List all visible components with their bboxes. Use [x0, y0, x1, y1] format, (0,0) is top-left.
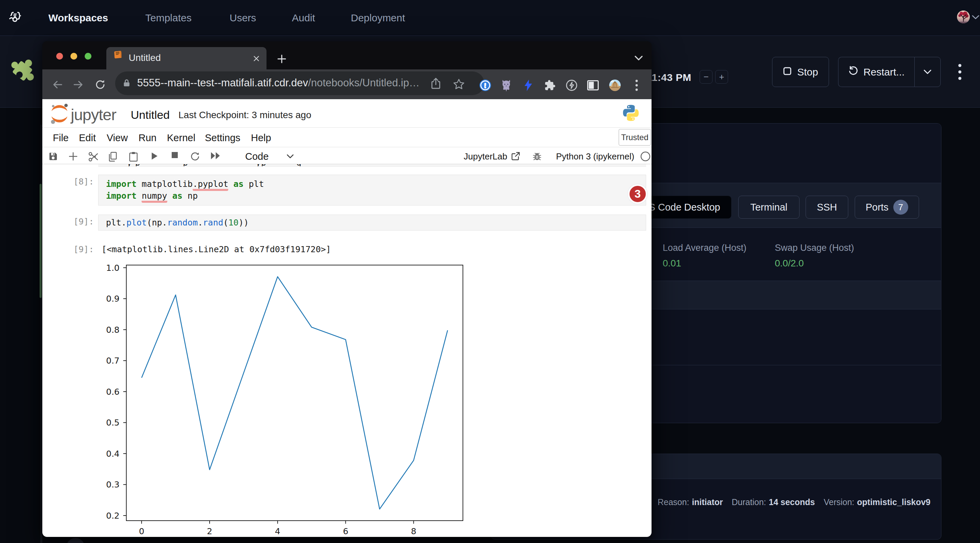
code-cell-2[interactable]: plt.plot(np.random.rand(10))	[98, 214, 646, 230]
cell-type-dropdown[interactable]: Code	[245, 151, 269, 162]
svg-text:0.8: 0.8	[106, 325, 119, 335]
nav-item-workspaces[interactable]: Workspaces	[48, 0, 108, 35]
stop-workspace-button[interactable]: Stop	[772, 57, 829, 87]
notebook-menubar: File Edit View Run Kernel Settings Help …	[42, 128, 652, 147]
ports-button[interactable]: Ports 7	[855, 196, 919, 219]
svg-text:1.0: 1.0	[106, 263, 119, 273]
svg-text:6: 6	[343, 526, 348, 536]
cut-cell-icon[interactable]	[88, 151, 99, 164]
user-menu-chevron-icon[interactable]	[972, 15, 979, 21]
stop-icon	[783, 66, 792, 78]
stat-value-swap: 0.0/2.0	[775, 258, 804, 269]
notebook-favicon	[113, 50, 122, 60]
debugger-bug-icon[interactable]	[533, 152, 541, 162]
ssh-button[interactable]: SSH	[806, 196, 848, 219]
notebook-checkpoint: Last Checkpoint: 3 minutes ago	[178, 110, 311, 121]
code-line: import numpy as np	[106, 190, 198, 202]
paste-cell-icon[interactable]	[128, 151, 138, 164]
nav-item-audit[interactable]: Audit	[292, 0, 315, 35]
speed-extension-icon[interactable]	[565, 79, 578, 93]
cell-type-chevron-icon[interactable]	[286, 154, 294, 160]
bookmark-star-icon[interactable]	[453, 78, 465, 92]
address-bar[interactable]: 5555--main--test--matifali.atif.cdr.dev/…	[115, 71, 484, 95]
svg-text:8: 8	[411, 526, 416, 536]
lightning-extension-icon[interactable]	[523, 79, 533, 93]
jupyter-logo-icon[interactable]	[50, 103, 69, 125]
nav-item-templates[interactable]: Templates	[145, 0, 192, 35]
jupyterlab-link[interactable]: JupyterLab	[462, 151, 507, 162]
code-cell-1[interactable]: import matplotlib.pyplot as plt import n…	[98, 175, 646, 205]
workspace-schedule-time: 11:43 PM	[646, 72, 691, 83]
workspace-kebab-menu[interactable]	[958, 64, 961, 80]
stat-value-load: 0.01	[663, 258, 681, 269]
menu-settings[interactable]: Settings	[205, 132, 240, 143]
collaborators-badge: 3	[628, 184, 648, 204]
forward-icon[interactable]	[72, 79, 84, 92]
back-icon[interactable]	[52, 79, 63, 92]
run-cell-icon[interactable]	[150, 151, 159, 162]
kernel-status-icon[interactable]	[640, 151, 651, 163]
new-tab-button[interactable]	[277, 54, 286, 65]
menu-edit[interactable]: Edit	[79, 132, 96, 143]
puzzle-piece-icon	[10, 56, 38, 85]
url-path: /notebooks/Untitled.ip…	[308, 77, 420, 89]
menu-run[interactable]: Run	[138, 132, 156, 143]
svg-text:2: 2	[207, 526, 212, 536]
dock-bump	[66, 538, 85, 543]
notebook-title[interactable]: Untitled	[131, 108, 170, 122]
tab-search-chevron-icon[interactable]	[634, 56, 643, 62]
ports-count-badge: 7	[893, 200, 908, 214]
github-extension-icon[interactable]	[500, 79, 512, 93]
kernel-name[interactable]: Python 3 (ipykernel)	[556, 151, 634, 162]
browser-menu-kebab[interactable]	[635, 79, 638, 93]
trusted-button[interactable]: Trusted	[619, 129, 651, 146]
restart-options-chevron[interactable]	[914, 57, 941, 87]
terminal-button[interactable]: Terminal	[738, 196, 800, 219]
matplotlib-figure: 0.20.30.40.50.60.70.80.91.002468	[81, 256, 495, 537]
reload-icon[interactable]	[94, 79, 106, 92]
svg-text:0.9: 0.9	[106, 294, 119, 304]
restart-icon	[848, 66, 858, 78]
notebook-content: yppypg [8]: import matplotlib.pyplot as …	[42, 164, 652, 537]
extensions-puzzle-icon[interactable]	[544, 79, 556, 92]
menu-help[interactable]: Help	[251, 132, 271, 143]
user-avatar[interactable]	[957, 11, 970, 25]
add-cell-icon[interactable]	[68, 151, 78, 163]
copy-cell-icon[interactable]	[108, 151, 118, 164]
interrupt-kernel-icon[interactable]	[171, 151, 178, 160]
profile-avatar-icon[interactable]	[609, 79, 621, 93]
menu-view[interactable]: View	[107, 132, 128, 143]
menu-kernel[interactable]: Kernel	[167, 132, 196, 143]
tab-close-icon[interactable]	[253, 55, 260, 63]
share-icon[interactable]	[430, 78, 441, 91]
top-navbar: Workspaces Templates Users Audit Deploym…	[0, 0, 980, 36]
onepassword-extension-icon[interactable]	[479, 79, 492, 93]
svg-text:0.6: 0.6	[106, 387, 119, 397]
external-link-icon[interactable]	[511, 151, 520, 162]
nav-item-users[interactable]: Users	[229, 0, 256, 35]
back-window-green-bar	[40, 184, 41, 298]
nav-item-deployment[interactable]: Deployment	[351, 0, 405, 35]
schedule-increase-button[interactable]: +	[715, 70, 728, 84]
coder-logo-icon[interactable]	[9, 11, 22, 25]
window-zoom-button[interactable]	[85, 53, 91, 61]
window-minimize-button[interactable]	[70, 53, 77, 61]
build-info-row: Reason: initiator Duration: 14 seconds V…	[658, 497, 931, 507]
schedule-decrease-button[interactable]: −	[700, 70, 713, 84]
svg-text:0.7: 0.7	[106, 356, 119, 365]
url-host: 5555--main--test--matifali.atif.cdr.dev	[137, 77, 308, 89]
lock-icon	[123, 78, 130, 89]
save-icon[interactable]	[48, 151, 58, 163]
window-close-button[interactable]	[56, 53, 63, 61]
code-line: plt.plot(np.random.rand(10))	[106, 217, 249, 229]
tab-title: Untitled	[129, 52, 161, 63]
menu-file[interactable]: File	[53, 132, 69, 143]
run-all-icon[interactable]	[210, 151, 221, 162]
restart-kernel-icon[interactable]	[190, 151, 200, 163]
sidebar-icon[interactable]	[587, 80, 599, 92]
browser-tab[interactable]: Untitled	[106, 47, 267, 70]
notebook-page: jupyter Untitled Last Checkpoint: 3 minu…	[42, 99, 652, 537]
restart-workspace-button[interactable]: Restart...	[838, 57, 914, 87]
svg-text:0.3: 0.3	[106, 480, 119, 489]
cell-output-text: [<matplotlib.lines.Line2D at 0x7fd03f191…	[102, 245, 331, 254]
